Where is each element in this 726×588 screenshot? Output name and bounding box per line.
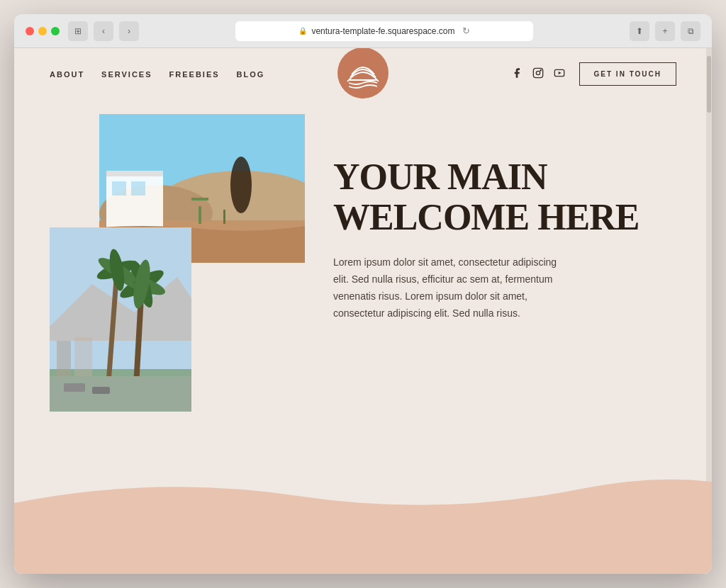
wave-background <box>14 432 712 574</box>
maximize-button[interactable] <box>51 27 60 35</box>
svg-rect-31 <box>50 376 191 412</box>
url-text: ventura-template-fe.squarespace.com <box>311 26 454 36</box>
nav-link-about[interactable]: ABOUT <box>50 70 84 79</box>
hero-text: YOUR MAIN WELCOME HERE Lorem ipsum dolor… <box>333 114 676 322</box>
navigation: ABOUT SERVICES FREEBIES BLOG <box>14 48 712 100</box>
hero-image-palms <box>50 227 191 412</box>
svg-point-3 <box>536 71 540 74</box>
browser-actions: ⬆ + ⧉ <box>630 21 700 41</box>
svg-rect-32 <box>64 383 85 392</box>
nav-left: ABOUT SERVICES FREEBIES BLOG <box>50 70 264 79</box>
window-controls-btn[interactable]: ⊞ <box>68 21 88 41</box>
svg-rect-34 <box>57 341 71 376</box>
nav-link-blog[interactable]: BLOG <box>237 70 265 79</box>
svg-point-18 <box>230 157 252 213</box>
svg-rect-2 <box>533 68 542 77</box>
tabs-button[interactable]: ⧉ <box>681 21 700 41</box>
nav-link-freebies[interactable]: FREEBIES <box>169 70 220 79</box>
hero-title-line1: YOUR MAIN <box>333 157 547 197</box>
svg-rect-14 <box>131 181 145 196</box>
nav-right: GET IN TOUCH <box>511 62 676 86</box>
hero-body-text: Lorem ipsum dolor sit amet, consectetur … <box>333 254 560 322</box>
svg-rect-11 <box>106 171 163 227</box>
browser-chrome: ⊞ ‹ › 🔒 ventura-template-fe.squarespace.… <box>14 14 712 48</box>
logo-svg <box>337 48 389 98</box>
cta-button[interactable]: GET IN TOUCH <box>579 62 676 86</box>
facebook-icon[interactable] <box>511 67 523 81</box>
browser-window: ⊞ ‹ › 🔒 ventura-template-fe.squarespace.… <box>14 14 712 574</box>
browser-controls: ⊞ ‹ › <box>68 21 139 41</box>
minimize-button[interactable] <box>38 27 47 35</box>
instagram-icon[interactable] <box>532 67 544 81</box>
svg-rect-35 <box>74 337 92 376</box>
svg-rect-17 <box>223 210 225 224</box>
close-button[interactable] <box>26 27 34 35</box>
svg-rect-12 <box>106 171 163 176</box>
svg-rect-15 <box>199 206 201 224</box>
lock-icon: 🔒 <box>298 27 307 35</box>
svg-rect-33 <box>92 387 110 394</box>
svg-point-4 <box>540 69 541 70</box>
hero-title: YOUR MAIN WELCOME HERE <box>333 157 676 237</box>
share-button[interactable]: ⬆ <box>630 21 649 41</box>
new-tab-button[interactable]: + <box>655 21 675 41</box>
browser-content: ABOUT SERVICES FREEBIES BLOG <box>14 48 712 574</box>
svg-marker-6 <box>558 72 561 74</box>
svg-rect-16 <box>191 198 208 200</box>
website: ABOUT SERVICES FREEBIES BLOG <box>14 48 712 574</box>
forward-button[interactable]: › <box>119 21 139 41</box>
logo-container[interactable] <box>337 48 389 101</box>
traffic-lights <box>26 27 60 35</box>
address-bar[interactable]: 🔒 ventura-template-fe.squarespace.com ↻ <box>235 21 533 41</box>
hero-title-line2: WELCOME HERE <box>333 197 640 237</box>
nav-link-services[interactable]: SERVICES <box>101 70 152 79</box>
social-icons <box>511 67 565 81</box>
reload-icon[interactable]: ↻ <box>462 26 470 36</box>
svg-rect-13 <box>112 181 126 196</box>
back-button[interactable]: ‹ <box>94 21 113 41</box>
svg-point-0 <box>337 48 389 98</box>
youtube-icon[interactable] <box>554 67 565 81</box>
hero-images <box>50 114 305 322</box>
hero-section: YOUR MAIN WELCOME HERE Lorem ipsum dolor… <box>14 100 712 322</box>
